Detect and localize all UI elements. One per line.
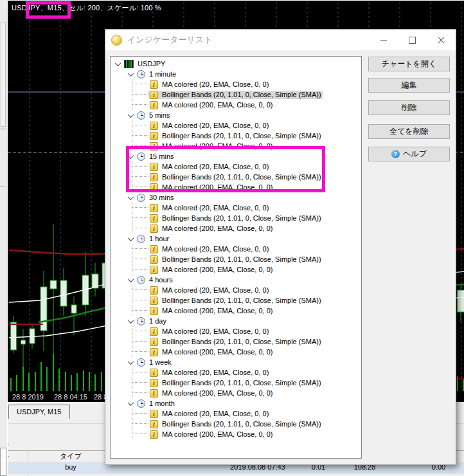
chevron-down-icon[interactable] [128,399,134,406]
tree-node-content[interactable]: iMA colored (20, EMA, Close, 0, 0) [148,369,270,377]
tree-node-content[interactable]: iMA colored (20, EMA, Close, 0, 0) [148,204,270,212]
left-dock-strip [0,0,8,476]
chart-tab-usdjpy-m15[interactable]: USDJPY, M15 [8,405,70,419]
chevron-down-icon[interactable] [128,235,134,241]
tree-node-content[interactable]: iBollinger Bands (20, 1.01, 0, Close, Si… [148,255,323,264]
indicator-icon: i [150,286,158,295]
candle-body [50,280,57,289]
tree-node-content[interactable]: iBollinger Bands (20, 1.01, 0, Close, Si… [148,338,323,346]
help-button[interactable]: ? ヘルプ [368,147,450,161]
tree-node-indicator[interactable]: iMA colored (200, EMA, Close, 0, 0) [111,264,361,275]
tree-node-content[interactable]: iBollinger Bands (20, 1.01, 0, Close, Si… [148,214,323,223]
volume-bar [101,372,102,391]
tree-node-indicator[interactable]: iMA colored (200, EMA, Close, 0, 0) [111,100,361,110]
close-icon [438,37,445,44]
indicator-tree[interactable]: USDJPY1 minuteiMA colored (20, EMA, Clos… [110,56,362,459]
tree-node-indicator[interactable]: iMA colored (200, EMA, Close, 0, 0) [111,306,361,316]
tree-node-indicator[interactable]: iMA colored (20, EMA, Close, 0, 0) [111,203,361,213]
tree-node-label: MA colored (200, EMA, Close, 0, 0) [162,101,272,109]
chevron-down-icon[interactable] [128,358,134,365]
tree-node-indicator[interactable]: iBollinger Bands (20, 1.01, 0, Close, Si… [111,89,361,100]
tree-node-content[interactable]: iMA colored (20, EMA, Close, 0, 0) [148,327,270,336]
tree-node-indicator[interactable]: iBollinger Bands (20, 1.01, 0, Close, Si… [111,131,361,141]
tree-node-label: Bollinger Bands (20, 1.01, 0, Close, Sim… [162,91,321,98]
tree-node-content[interactable]: iMA colored (200, EMA, Close, 0, 0) [148,307,274,315]
delete-button[interactable]: 削除 [368,100,450,115]
tree-node-indicator[interactable]: iMA colored (20, EMA, Close, 0, 0) [111,120,361,131]
tree-node-content[interactable]: iMA colored (200, EMA, Close, 0, 0) [148,101,274,109]
tree-node-content[interactable]: iMA colored (20, EMA, Close, 0, 0) [148,122,270,130]
clock-icon [137,399,145,408]
indicator-icon: i [150,348,158,356]
tree-node-timeframe[interactable]: 1 week [111,357,361,367]
tree-node-label: MA colored (200, EMA, Close, 0, 0) [162,389,272,397]
chevron-down-icon[interactable] [128,317,134,324]
candle-body [458,290,464,312]
tree-node-indicator[interactable]: iMA colored (200, EMA, Close, 0, 0) [111,223,361,233]
tree-node-timeframe[interactable]: 1 month [111,398,361,408]
tree-connector [132,434,148,435]
indicator-icon: i [150,132,158,140]
chevron-down-icon[interactable] [128,276,134,282]
tree-connector [132,228,148,229]
tree-node-timeframe[interactable]: 4 hours [111,275,361,285]
tree-connector-vertical [132,100,132,110]
minimize-button[interactable] [369,30,398,50]
open-chart-button[interactable]: チャートを開く [368,57,450,71]
edit-button[interactable]: 編集 [368,78,450,93]
tree-node-indicator[interactable]: iBollinger Bands (20, 1.01, 0, Close, Si… [111,213,361,223]
tree-connector [132,125,148,126]
dock-box [0,448,6,476]
chevron-down-icon[interactable] [115,60,121,66]
tree-node-timeframe[interactable]: 1 hour [111,233,361,244]
volume-bar [65,372,66,391]
tree-node-content[interactable]: iMA colored (200, EMA, Close, 0, 0) [148,430,274,439]
dialog-titlebar[interactable]: インジケーターリスト [105,30,456,50]
tree-node-indicator[interactable]: iMA colored (20, EMA, Close, 0, 0) [111,285,361,295]
chevron-down-icon[interactable] [128,70,134,77]
delete-all-button[interactable]: 全てを削除 [368,124,450,139]
tree-node-label: Bollinger Bands (20, 1.01, 0, Close, Sim… [162,255,321,263]
tree-node-symbol[interactable]: USDJPY [111,59,361,69]
tree-connector-vertical [132,244,132,254]
tree-node-content[interactable]: iMA colored (200, EMA, Close, 0, 0) [148,224,274,233]
tree-node-indicator[interactable]: iMA colored (20, EMA, Close, 0, 0) [111,79,361,89]
tree-node-content[interactable]: iBollinger Bands (20, 1.01, 0, Close, Si… [148,91,323,99]
tree-node-content[interactable]: iBollinger Bands (20, 1.01, 0, Close, Si… [148,420,323,428]
tree-node-indicator[interactable]: iMA colored (200, EMA, Close, 0, 0) [111,388,361,398]
tree-node-indicator[interactable]: iBollinger Bands (20, 1.01, 0, Close, Si… [111,295,361,306]
chevron-down-icon[interactable] [128,111,134,118]
tree-node-content[interactable]: iMA colored (20, EMA, Close, 0, 0) [148,80,270,89]
tree-connector-vertical [132,89,132,100]
x-axis-label: 28 8 04:15 [54,393,87,401]
tree-node-timeframe[interactable]: 5 mins [111,110,361,120]
tree-node-indicator[interactable]: iMA colored (200, EMA, Close, 0, 0) [111,429,361,439]
tree-node-indicator[interactable]: iBollinger Bands (20, 1.01, 0, Close, Si… [111,419,361,429]
tree-node-indicator[interactable]: iBollinger Bands (20, 1.01, 0, Close, Si… [111,378,361,388]
tree-node-timeframe[interactable]: 1 day [111,316,361,326]
tree-node-indicator[interactable]: iBollinger Bands (20, 1.01, 0, Close, Si… [111,336,361,347]
tree-node-indicator[interactable]: iMA colored (200, EMA, Close, 0, 0) [111,347,361,357]
tree-node-content[interactable]: iMA colored (20, EMA, Close, 0, 0) [148,245,270,253]
tree-node-label: USDJPY [138,60,165,68]
tree-node-content[interactable]: iBollinger Bands (20, 1.01, 0, Close, Si… [148,379,323,387]
tree-connector-vertical [132,419,132,429]
tree-node-indicator[interactable]: iMA colored (20, EMA, Close, 0, 0) [111,408,361,419]
chevron-down-icon[interactable] [128,194,134,200]
tree-node-content[interactable]: iMA colored (200, EMA, Close, 0, 0) [148,266,274,274]
tree-node-indicator[interactable]: iBollinger Bands (20, 1.01, 0, Close, Si… [111,254,361,264]
tree-node-content[interactable]: iBollinger Bands (20, 1.01, 0, Close, Si… [148,297,323,305]
tree-node-timeframe[interactable]: 30 mins [111,192,361,203]
tree-node-timeframe[interactable]: 1 minute [111,69,361,79]
tree-node-label: MA colored (20, EMA, Close, 0, 0) [162,369,269,376]
tree-node-content[interactable]: iBollinger Bands (20, 1.01, 0, Close, Si… [148,132,323,140]
tree-node-indicator[interactable]: iMA colored (20, EMA, Close, 0, 0) [111,326,361,336]
close-button[interactable] [427,30,456,50]
tree-node-content[interactable]: iMA colored (20, EMA, Close, 0, 0) [148,410,270,418]
tree-node-indicator[interactable]: iMA colored (20, EMA, Close, 0, 0) [111,367,361,378]
tree-node-content[interactable]: iMA colored (200, EMA, Close, 0, 0) [148,389,274,398]
tree-node-indicator[interactable]: iMA colored (20, EMA, Close, 0, 0) [111,244,361,254]
tree-node-content[interactable]: iMA colored (20, EMA, Close, 0, 0) [148,286,270,295]
maximize-button[interactable] [398,30,427,50]
tree-node-content[interactable]: iMA colored (200, EMA, Close, 0, 0) [148,348,274,356]
